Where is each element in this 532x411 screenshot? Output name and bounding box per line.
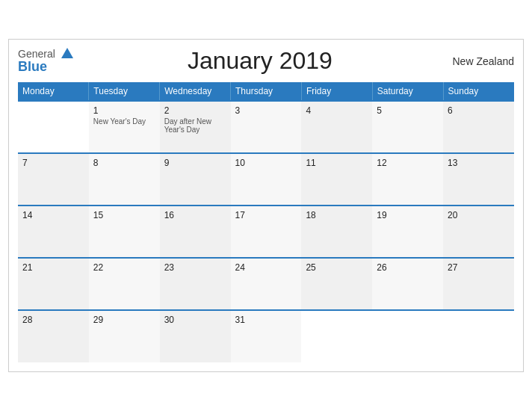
day-number: 15: [93, 210, 155, 220]
day-number: 28: [22, 315, 84, 325]
calendar-cell: 9: [160, 153, 231, 206]
calendar-cell: 21: [18, 258, 89, 310]
calendar-cell: 30: [160, 310, 231, 362]
day-number: 27: [448, 262, 510, 273]
day-number: 21: [22, 262, 84, 273]
calendar-cell: 3: [231, 101, 302, 153]
day-number: 25: [306, 262, 368, 273]
calendar-header: General Blue January 2019 New Zealand: [18, 47, 514, 75]
calendar: General Blue January 2019 New Zealand Mo…: [8, 39, 524, 372]
calendar-cell: 31: [231, 310, 302, 362]
calendar-cell: 14: [18, 206, 89, 258]
day-number: 17: [235, 210, 297, 220]
calendar-week-row: 1New Year's Day2Day after New Year's Day…: [18, 101, 514, 153]
calendar-cell: [18, 101, 89, 153]
calendar-cell: 19: [372, 206, 443, 258]
calendar-cell: 4: [301, 101, 372, 153]
day-number: 31: [235, 315, 297, 325]
day-number: 5: [377, 105, 439, 116]
calendar-cell: 1New Year's Day: [89, 101, 160, 153]
calendar-week-row: 78910111213: [18, 153, 514, 206]
calendar-cell: 18: [301, 206, 372, 258]
weekday-header: Friday: [301, 82, 372, 101]
calendar-cell: 26: [372, 258, 443, 310]
day-number: 3: [235, 105, 297, 116]
calendar-cell: 22: [89, 258, 160, 310]
calendar-cell: 2Day after New Year's Day: [160, 101, 231, 153]
calendar-cell: 25: [301, 258, 372, 310]
calendar-cell: 27: [443, 258, 514, 310]
calendar-cell: 13: [443, 153, 514, 206]
day-number: 13: [448, 158, 510, 168]
calendar-cell: 29: [89, 310, 160, 362]
logo: General Blue: [18, 49, 73, 73]
calendar-cell: 20: [443, 206, 514, 258]
day-number: 16: [164, 210, 226, 220]
day-number: 18: [306, 210, 368, 220]
day-number: 6: [448, 105, 510, 116]
day-number: 24: [235, 262, 297, 273]
day-number: 12: [377, 158, 439, 168]
day-number: 4: [306, 105, 368, 116]
day-number: 20: [448, 210, 510, 220]
day-event: Day after New Year's Day: [164, 117, 226, 134]
day-number: 26: [377, 262, 439, 273]
calendar-week-row: 21222324252627: [18, 258, 514, 310]
weekday-header-row: MondayTuesdayWednesdayThursdayFridaySatu…: [18, 82, 514, 101]
calendar-week-row: 28293031: [18, 310, 514, 362]
day-number: 1: [93, 105, 155, 116]
calendar-title: January 2019: [73, 47, 447, 75]
day-number: 9: [164, 158, 226, 168]
day-number: 10: [235, 158, 297, 168]
weekday-header: Thursday: [231, 82, 302, 101]
calendar-cell: 24: [231, 258, 302, 310]
weekday-header: Monday: [18, 82, 89, 101]
calendar-cell: 17: [231, 206, 302, 258]
day-event: New Year's Day: [93, 117, 155, 126]
day-number: 23: [164, 262, 226, 273]
day-number: 8: [93, 158, 155, 168]
logo-triangle-icon: [61, 48, 73, 58]
calendar-cell: [372, 310, 443, 362]
day-number: 30: [164, 315, 226, 325]
calendar-cell: 8: [89, 153, 160, 206]
day-number: 29: [93, 315, 155, 325]
calendar-cell: [443, 310, 514, 362]
calendar-cell: 28: [18, 310, 89, 362]
calendar-cell: 10: [231, 153, 302, 206]
calendar-region: New Zealand: [447, 55, 514, 67]
calendar-week-row: 14151617181920: [18, 206, 514, 258]
calendar-cell: 23: [160, 258, 231, 310]
calendar-cell: 5: [372, 101, 443, 153]
calendar-grid: MondayTuesdayWednesdayThursdayFridaySatu…: [18, 82, 514, 362]
weekday-header: Tuesday: [89, 82, 160, 101]
weekday-header: Saturday: [372, 82, 443, 101]
calendar-cell: 16: [160, 206, 231, 258]
logo-general-text: General: [18, 49, 73, 60]
calendar-cell: 11: [301, 153, 372, 206]
calendar-cell: 12: [372, 153, 443, 206]
calendar-cell: 6: [443, 101, 514, 153]
logo-blue-text: Blue: [18, 60, 73, 73]
weekday-header: Sunday: [443, 82, 514, 101]
calendar-cell: 7: [18, 153, 89, 206]
day-number: 22: [93, 262, 155, 273]
day-number: 2: [164, 105, 226, 116]
calendar-cell: [301, 310, 372, 362]
day-number: 11: [306, 158, 368, 168]
day-number: 7: [22, 158, 84, 168]
weekday-header: Wednesday: [160, 82, 231, 101]
day-number: 19: [377, 210, 439, 220]
calendar-cell: 15: [89, 206, 160, 258]
day-number: 14: [22, 210, 84, 220]
